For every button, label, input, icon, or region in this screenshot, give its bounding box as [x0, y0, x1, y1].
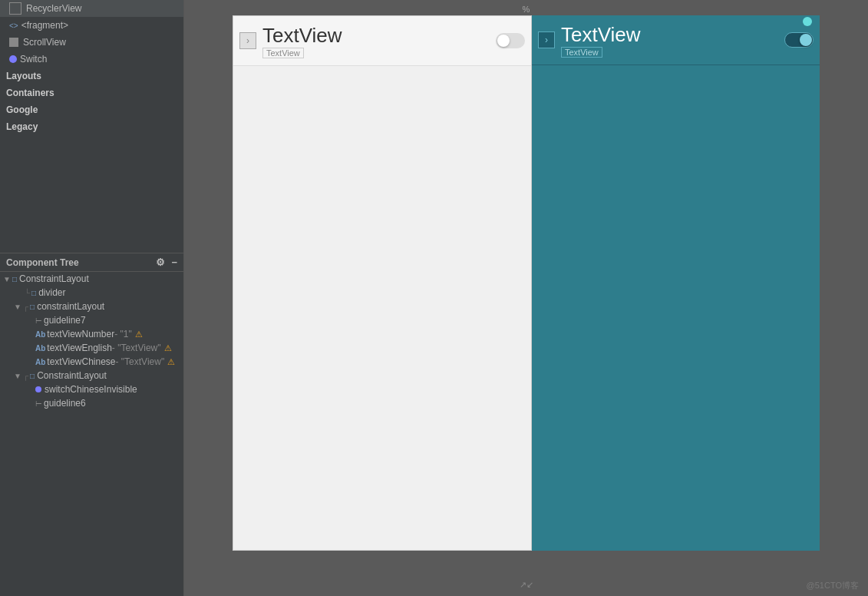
ab-icon-3: Ab	[35, 358, 45, 366]
left-panel: RecyclerView <> <fragment> ScrollView Sw…	[0, 0, 184, 596]
textviewenglish-label: textViewEnglish- "TextView"	[47, 343, 160, 353]
google-label: Google	[6, 104, 38, 115]
canvas-wrapper: › TextView TextView ›	[233, 15, 820, 551]
expand-icon-3: ▼	[14, 372, 23, 380]
tree-item-guideline7[interactable]: ⊢ guideline7	[0, 313, 183, 327]
component-tree-section: Component Tree ⚙ − ▼ □ ConstraintLayout …	[0, 253, 183, 596]
constraint-layout-root-label: ConstraintLayout	[19, 273, 89, 284]
scrollview-label: ScrollView	[23, 37, 66, 48]
constraint-layout-2-label: ConstraintLayout	[37, 370, 107, 381]
phone-row-light: › TextView TextView	[233, 16, 531, 66]
phone-switch-dark	[784, 32, 814, 48]
textviewnumber-label: textViewNumber- "1"	[47, 329, 131, 339]
phone-body-light	[233, 66, 531, 550]
tree-item-textviewnumber[interactable]: Ab textViewNumber- "1" ⚠	[0, 327, 183, 341]
layouts-label: Layouts	[6, 71, 41, 81]
phone-textview-main-light: TextView	[262, 24, 342, 48]
connector-icon-3: ┌	[23, 372, 28, 380]
constraint-layout-inner-label: constraintLayout	[37, 301, 104, 312]
layout-icon-2: □	[30, 303, 35, 311]
palette-item-switch[interactable]: Switch	[0, 51, 183, 68]
phone-body-dark	[532, 65, 820, 549]
percent-label: %	[523, 5, 530, 14]
divider-icon: □	[31, 289, 36, 297]
ab-icon-1: Ab	[35, 330, 45, 339]
tree-item-divider[interactable]: └ □ divider	[0, 286, 183, 300]
guideline6-label: guideline6	[44, 398, 86, 409]
switch-dot-icon	[9, 55, 17, 63]
resize-handle[interactable]: ↗↙	[520, 580, 533, 590]
textviewchinese-label: textViewChinese- "TextView"	[47, 356, 164, 367]
legacy-label: Legacy	[6, 121, 38, 132]
phone-icon-btn-dark: ›	[538, 31, 555, 48]
palette-item-fragment[interactable]: <> <fragment>	[0, 17, 183, 34]
phone-textview-sub-dark: TextView	[561, 47, 602, 58]
layout-icon: □	[12, 275, 17, 283]
warning-icon-2: ⚠	[164, 343, 172, 353]
warning-icon-1: ⚠	[135, 329, 143, 339]
phone-textview-box-light: TextView TextView	[262, 24, 490, 58]
fragment-label: <fragment>	[21, 20, 68, 31]
top-dot	[803, 17, 812, 26]
containers-label: Containers	[6, 88, 54, 98]
tree-item-textviewenglish[interactable]: Ab textViewEnglish- "TextView" ⚠	[0, 341, 183, 355]
tree-item-constraint-layout-2[interactable]: ▼ ┌ □ ConstraintLayout	[0, 369, 183, 382]
component-tree-header: Component Tree ⚙ −	[0, 253, 183, 272]
switch-label: Switch	[20, 54, 47, 65]
list-icon	[9, 2, 21, 15]
tree-item-switchchineseinvisible[interactable]: switchChineseInvisible	[0, 382, 183, 396]
phone-row-dark: › TextView TextView	[532, 15, 820, 65]
tree-item-textviewchinese[interactable]: Ab textViewChinese- "TextView" ⚠	[0, 355, 183, 369]
divider-label: divider	[38, 287, 65, 298]
main-container: RecyclerView <> <fragment> ScrollView Sw…	[0, 0, 868, 596]
phone-frame-light: › TextView TextView	[233, 15, 532, 551]
phone-frame-dark: › TextView TextView	[532, 15, 820, 551]
warning-icon-3: ⚠	[167, 357, 175, 367]
palette-category-containers[interactable]: Containers	[0, 84, 183, 101]
tree-item-constraint-layout-root[interactable]: ▼ □ ConstraintLayout	[0, 272, 183, 286]
scrollview-icon	[9, 38, 18, 47]
minus-icon[interactable]: −	[171, 257, 177, 268]
chevron-icon-light: ›	[246, 35, 249, 46]
recycler-label: RecyclerView	[26, 3, 81, 14]
palette-category-legacy[interactable]: Legacy	[0, 118, 183, 135]
layout-icon-3: □	[30, 372, 35, 380]
component-tree-title: Component Tree	[6, 257, 79, 268]
palette-item-scrollview[interactable]: ScrollView	[0, 34, 183, 51]
fragment-icon: <>	[9, 22, 18, 30]
guideline7-label: guideline7	[44, 315, 86, 326]
palette-category-google[interactable]: Google	[0, 101, 183, 118]
tree-item-guideline6[interactable]: ⊢ guideline6	[0, 396, 183, 410]
expand-icon-2: ▼	[14, 303, 23, 311]
watermark: @51CTO博客	[807, 580, 859, 591]
guideline-icon-2: ⊢	[35, 399, 42, 408]
component-tree-icons: ⚙ −	[156, 257, 177, 268]
connector-icon: └	[25, 289, 30, 297]
palette-category-layouts[interactable]: Layouts	[0, 68, 183, 84]
phone-textview-sub-light: TextView	[262, 48, 304, 58]
ab-icon-2: Ab	[35, 344, 45, 353]
palette-section: RecyclerView <> <fragment> ScrollView Sw…	[0, 0, 183, 253]
palette-item-recycler[interactable]: RecyclerView	[0, 0, 183, 17]
gear-icon[interactable]: ⚙	[156, 257, 165, 268]
expand-icon: ▼	[3, 275, 12, 283]
guideline-icon: ⊢	[35, 316, 42, 325]
switchchineseinvisible-label: switchChineseInvisible	[45, 384, 137, 395]
phone-textview-main-dark: TextView	[561, 23, 641, 47]
phone-switch-light	[496, 33, 525, 48]
connector-icon-2: ┌	[23, 303, 28, 311]
phone-textview-box-dark: TextView TextView	[561, 23, 778, 58]
tree-item-constraint-layout-inner[interactable]: ▼ ┌ □ constraintLayout	[0, 300, 183, 313]
phone-icon-btn-light: ›	[239, 32, 256, 49]
chevron-icon-dark: ›	[545, 35, 548, 45]
canvas-area: % › TextView TextView	[184, 0, 868, 596]
switch-dot-tree-icon	[35, 386, 41, 392]
